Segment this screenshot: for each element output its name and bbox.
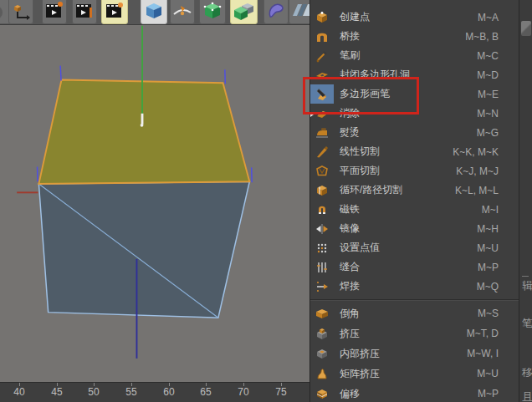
menu-item-bridge[interactable]: 桥接 M~B, B (310, 27, 519, 46)
deformer-icon[interactable] (263, 0, 289, 24)
menu-item-shortcut: M~T, D (467, 328, 519, 339)
menu-item-create-point[interactable]: 创建点 M~A (310, 8, 519, 27)
menu-item-label: 镜像 (340, 221, 360, 236)
floor-icon[interactable] (289, 0, 312, 24)
menu-item-shortcut: M~D (477, 69, 519, 81)
menu-separator (310, 299, 519, 301)
menu-item-stitch[interactable]: 缝合 M~P (310, 257, 519, 277)
line-cut-icon (310, 142, 334, 161)
ruler-label: 55 (125, 386, 136, 398)
menu-item-label: 设置点值 (340, 241, 380, 255)
menu-item-set-point-value[interactable]: 设置点值 M~U (310, 238, 519, 257)
menu-item-label: 倒角 (340, 307, 360, 321)
menu-item-weld[interactable]: 焊接 M~Q (310, 277, 519, 296)
stitch-icon (310, 257, 334, 277)
clipped-label: 移 (522, 365, 532, 380)
menu-item-shortcut: M~Q (477, 281, 519, 293)
c4d-window: 40 45 50 55 60 65 70 75 创建点 M~A 桥接 M~B, … (0, 0, 532, 402)
menu-item-shortcut: M~H (477, 223, 519, 235)
right-clipped-panel: 辑 笔 移 且 (519, 0, 532, 402)
magnet-icon (310, 200, 334, 219)
clipped-label: 辑 (522, 278, 532, 293)
menu-item-shortcut: M~U (477, 368, 519, 379)
menu-item-label: 熨烫 (340, 125, 360, 140)
cube-top-face-selected[interactable] (38, 79, 249, 184)
menu-item-shortcut: M~I (482, 204, 519, 216)
menu-item-shortcut: M~N (477, 108, 519, 120)
menu-item-label: 桥接 (340, 29, 360, 43)
material-preview-icon (521, 21, 531, 36)
cube-front-face[interactable] (38, 181, 249, 318)
menu-item-shortcut: M~C (477, 50, 519, 62)
mirror-icon (310, 219, 334, 238)
weld-icon (310, 277, 334, 296)
menu-item-mirror[interactable]: 镜像 M~H (310, 219, 519, 238)
menu-item-extrude-inner[interactable]: 内部挤压 M~W, I (310, 343, 519, 364)
ruler-label: 70 (238, 386, 248, 398)
iron-icon (310, 123, 334, 142)
menu-item-shortcut: K~L, M~L (455, 185, 519, 196)
loop-path-cut-icon (310, 181, 334, 200)
menu-item-smooth-shift[interactable]: 偏移 M~P (310, 384, 519, 402)
bridge-icon (310, 27, 334, 46)
ruler-label: 45 (51, 386, 62, 398)
subdivision-surface-icon[interactable] (141, 0, 167, 24)
menu-item-matrix-extrude[interactable]: 矩阵挤压 M~U (310, 364, 519, 384)
render-settings-icon[interactable] (101, 0, 128, 24)
clipped-label: 笔 (522, 316, 532, 331)
render-view-icon[interactable] (42, 0, 67, 24)
menu-item-shortcut: M~P (478, 388, 519, 399)
polygon-tools-context-menu: 创建点 M~A 桥接 M~B, B 笔刷 M~C 封闭多边形孔洞 M~D (309, 0, 519, 402)
ruler-label: 50 (88, 386, 99, 398)
create-point-icon (310, 8, 334, 27)
menu-item-plane-cut[interactable]: 平面切割 K~J, M~J (310, 161, 519, 181)
menu-item-brush[interactable]: 笔刷 M~C (310, 46, 519, 65)
array-generator-icon[interactable] (230, 0, 258, 24)
menu-item-label: 内部挤压 (340, 347, 380, 361)
smooth-shift-icon (310, 384, 334, 402)
menu-item-shortcut: M~S (478, 308, 519, 319)
menu-item-label: 磁铁 (340, 202, 360, 216)
menu-item-label: 笔刷 (340, 48, 360, 63)
menu-item-shortcut: M~B, B (465, 31, 519, 43)
bevel-icon (310, 303, 334, 323)
plane-cut-icon (310, 161, 334, 181)
menu-item-shortcut: M~W, I (467, 348, 519, 359)
menu-item-iron[interactable]: 熨烫 M~G (310, 123, 519, 142)
menu-item-shortcut: M~A (478, 12, 519, 23)
menu-item-label: 焊接 (340, 279, 360, 293)
brush-icon (310, 46, 334, 65)
spline-pen-icon[interactable] (170, 0, 195, 24)
menu-item-shortcut: M~G (477, 127, 519, 139)
menu-item-bevel[interactable]: 倒角 M~S (310, 303, 519, 323)
move-axis-tool-icon[interactable] (8, 0, 33, 24)
ruler-label: 40 (13, 386, 24, 398)
menu-item-label: 循环/路径切割 (340, 183, 402, 197)
divider (522, 276, 529, 277)
menu-item-label: 创建点 (340, 10, 370, 24)
red-highlight-box (303, 77, 419, 114)
menu-item-label: 平面切割 (340, 164, 380, 178)
matrix-extrude-icon (310, 364, 334, 384)
menu-item-shortcut: M~E (478, 89, 519, 100)
render-region-icon[interactable] (72, 0, 97, 24)
menu-item-magnet[interactable]: 磁铁 M~I (310, 200, 519, 219)
primitive-cube-icon[interactable] (199, 0, 226, 24)
extrude-icon (310, 323, 334, 343)
menu-item-label: 偏移 (340, 387, 360, 401)
clipped-label: 且 (522, 389, 532, 402)
set-point-value-icon (310, 238, 334, 257)
ruler-label: 60 (163, 386, 174, 398)
menu-item-label: 矩阵挤压 (340, 367, 380, 381)
menu-item-loop-path-cut[interactable]: 循环/路径切割 K~L, M~L (310, 181, 519, 200)
menu-item-label: 缝合 (340, 260, 360, 274)
extrude-inner-icon (310, 343, 334, 364)
menu-item-label: 挤压 (340, 327, 360, 341)
menu-item-extrude[interactable]: 挤压 M~T, D (310, 323, 519, 343)
menu-item-line-cut[interactable]: 线性切割 K~K, M~K (310, 142, 519, 161)
ruler-label: 65 (200, 386, 211, 398)
menu-item-shortcut: M~U (477, 242, 519, 254)
menu-item-shortcut: K~J, M~J (456, 165, 519, 177)
menu-item-shortcut: K~K, M~K (453, 146, 519, 158)
menu-item-label: 线性切割 (340, 145, 380, 159)
